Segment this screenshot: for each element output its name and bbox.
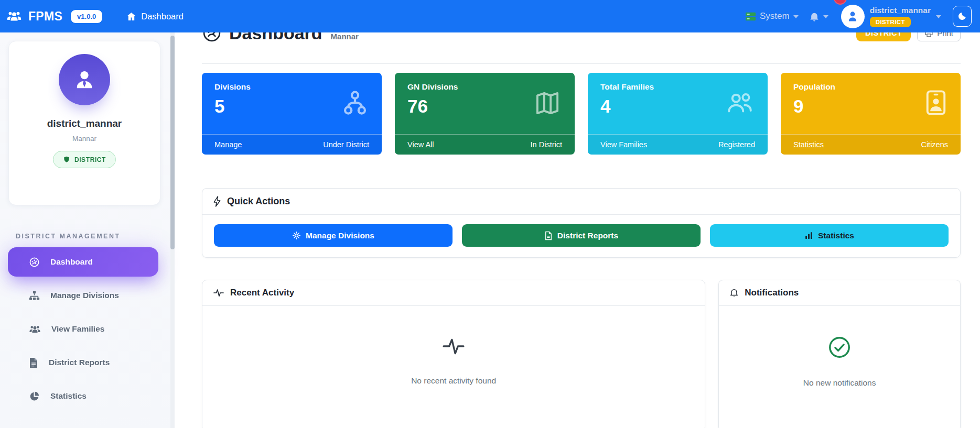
stat-card-divisions: Divisions 5 Manage Under District [202,73,382,155]
sidebar-item-label: Statistics [50,391,87,401]
stat-link-statistics[interactable]: Statistics [793,140,824,149]
dark-mode-toggle[interactable] [953,6,972,27]
sidebar-section-label: DISTRICT MANAGEMENT [16,233,175,240]
user-avatar [841,5,865,28]
profile-card: district_mannar Mannar DISTRICT [8,41,160,205]
system-dropdown[interactable]: System [745,11,799,21]
stat-note: Citizens [921,140,948,149]
quick-actions-title: Quick Actions [227,196,290,207]
button-label: District Reports [557,231,618,240]
stat-card-population: Population 9 Statistics Citizens [781,73,961,155]
manage-divisions-button[interactable]: Manage Divisions [214,224,453,247]
speedometer-icon [29,257,40,268]
bar-chart-icon [804,231,813,240]
stat-card-footer: Statistics Citizens [781,134,961,155]
sidebar-item-view-families[interactable]: View Families [8,314,158,344]
chevron-down-icon [793,15,799,18]
pie-chart-icon [29,391,40,402]
sidebar-item-manage-divisions[interactable]: Manage Divisions [8,281,158,310]
user-role-badge: DISTRICT [870,17,911,27]
stat-link-view-all[interactable]: View All [407,140,434,149]
bottom-panels-row: Recent Activity No recent activity found [202,280,961,428]
user-name: district_mannar [870,6,931,15]
recent-activity-title: Recent Activity [230,288,294,298]
gear-icon [292,231,301,240]
notifications-dropdown[interactable] [809,11,828,22]
stat-card-footer: View Families Registered [588,134,768,155]
quick-actions-body: Manage Divisions District Reports [202,215,960,257]
stat-link-manage[interactable]: Manage [214,140,242,149]
bell-icon [729,288,739,298]
header-divider [202,63,961,64]
profile-avatar [59,54,110,105]
chevron-down-icon [823,15,828,18]
stat-note: Under District [323,140,369,149]
stat-card-body: Population 9 [781,73,961,134]
profile-username: district_mannar [47,118,122,129]
stat-card-body: Divisions 5 [202,73,382,134]
recent-activity-panel: Recent Activity No recent activity found [202,280,705,428]
recent-activity-body: No recent activity found [202,306,705,386]
users-logo-icon [6,10,22,23]
file-text-icon [544,231,553,240]
quick-actions-card: Quick Actions Manage Divisions [202,188,961,258]
brand-name: FPMS [28,9,62,24]
user-meta: district_mannar DISTRICT [870,6,931,27]
button-label: Manage Divisions [306,231,374,240]
activity-icon [213,288,224,298]
moon-icon [957,12,967,21]
stat-note: Registered [718,140,755,149]
statistics-button[interactable]: Statistics [710,224,949,247]
sidebar-item-label: View Families [51,324,104,334]
stat-card-footer: Manage Under District [202,134,382,155]
profile-role-label: DISTRICT [74,156,106,163]
stat-card-footer: View All In District [395,134,575,155]
profile-location: Mannar [72,135,96,142]
sidebar-item-statistics[interactable]: Statistics [8,381,158,411]
id-card-icon [924,89,948,116]
system-label: System [760,11,790,21]
user-dropdown[interactable]: 0 district_mannar DISTRICT [841,5,941,28]
stat-card-total-families: Total Families 4 View Families Registere… [588,73,768,155]
stat-card-body: Total Families 4 [588,73,768,134]
nav-dashboard-label: Dashboard [141,12,184,21]
sidebar-item-label: District Reports [49,358,110,367]
sidebar-item-label: Dashboard [50,257,93,267]
stat-note: In District [531,140,562,149]
home-icon [126,12,136,21]
people-icon [725,89,755,116]
sidebar-menu: Dashboard Manage Divisions [0,247,175,411]
notifications-empty-text: No new notifications [803,378,876,388]
check-circle-icon [827,335,852,359]
district-reports-button[interactable]: District Reports [462,224,701,247]
nav-dashboard-link[interactable]: Dashboard [126,12,184,21]
sidebar: district_mannar Mannar DISTRICT DISTRICT… [0,32,175,428]
lightning-icon [213,196,221,207]
notification-count-badge: 0 [834,0,847,5]
brand[interactable]: FPMS v1.0.0 [6,9,102,24]
button-label: Statistics [818,231,854,240]
page-subtitle: Mannar [331,32,359,41]
notifications-panel: Notifications No new notifications [718,280,961,428]
sidebar-scrollbar-thumb[interactable] [170,36,175,249]
stat-cards-row: Divisions 5 Manage Under District GN [202,73,961,155]
chevron-down-icon [936,15,941,18]
file-icon [29,357,38,368]
users-icon [29,324,41,334]
sitemap-icon [29,290,40,301]
map-icon [533,89,562,117]
notifications-body: No new notifications [719,306,960,388]
sidebar-item-dashboard[interactable]: Dashboard [8,247,158,277]
bell-icon [809,11,820,22]
notifications-title: Notifications [745,288,799,298]
sidebar-item-label: Manage Divisions [50,291,119,300]
top-navbar: FPMS v1.0.0 Dashboard System [0,0,980,32]
stat-card-body: GN Divisions 76 [395,73,575,134]
profile-role-badge: DISTRICT [53,151,116,168]
stat-card-gn-divisions: GN Divisions 76 View All In District [395,73,575,155]
diagram-icon [341,89,369,117]
recent-activity-empty-text: No recent activity found [411,376,496,386]
version-badge: v1.0.0 [71,10,102,23]
sidebar-item-district-reports[interactable]: District Reports [8,348,158,377]
stat-link-view-families[interactable]: View Families [600,140,647,149]
